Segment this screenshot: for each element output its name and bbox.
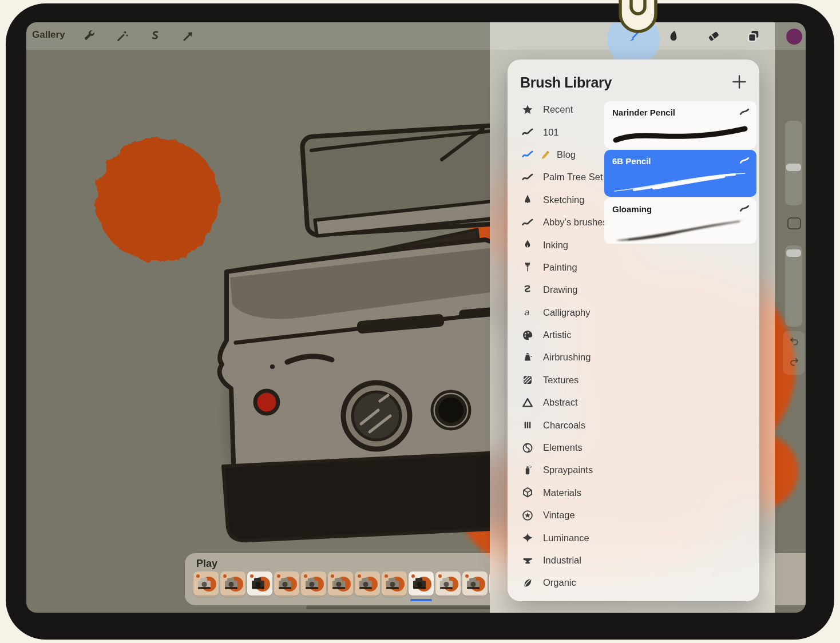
selection-tool-button[interactable] [148, 29, 163, 43]
brush-size-slider[interactable] [785, 121, 802, 205]
adjustments-tool-button[interactable] [82, 29, 97, 43]
stroke-icon [521, 148, 534, 161]
bars-icon [521, 419, 534, 431]
sparkle-icon [521, 531, 534, 544]
play-thumbnail-3[interactable] [247, 571, 272, 596]
brush-set-label: Artistic [543, 330, 572, 340]
wave-icon [521, 599, 534, 601]
element-icon [521, 442, 534, 454]
brush-set-materials[interactable]: Materials [508, 482, 605, 504]
brush-name: Narinder Pencil [612, 108, 675, 117]
brush-set-label: Organic [543, 577, 576, 588]
brush-set-airbrushing[interactable]: Airbrushing [508, 346, 605, 368]
camera-sketch [220, 125, 527, 541]
erase-tool-button[interactable] [706, 29, 721, 43]
modify-button[interactable] [787, 217, 801, 229]
brush-set-recent[interactable]: Recent [508, 98, 605, 121]
spray-can-icon [521, 464, 534, 477]
brush-set-label: Calligraphy [543, 307, 591, 318]
transform-tool-button[interactable] [181, 29, 196, 43]
brush-narinder-pencil[interactable]: Narinder Pencil [604, 101, 756, 149]
app-screen: Play [26, 22, 806, 613]
brush-gloaming[interactable]: Gloaming [604, 198, 756, 244]
opacity-slider-handle[interactable] [786, 249, 801, 257]
brush-library-panel: Brush Library Recent101BlogPalm Tree Set… [508, 59, 759, 601]
brush-set-abstract[interactable]: Abstract [508, 391, 605, 414]
brush-set-palm-tree-set[interactable]: Palm Tree Set [508, 166, 605, 188]
brush-set-spraypaints[interactable]: Spraypaints [508, 459, 605, 481]
brush-set-organic[interactable]: Organic [508, 571, 605, 594]
brush-set-abby-s-brushes[interactable]: Abby’s brushes [508, 211, 605, 233]
play-bar-title: Play [196, 558, 217, 570]
brush-name: 6B Pencil [612, 156, 651, 166]
panel-title: Brush Library [520, 74, 612, 91]
brush-set-label: Abby’s brushes [543, 217, 608, 228]
brush-set-sketching[interactable]: Sketching [508, 189, 605, 211]
leaf-icon [521, 577, 534, 589]
play-thumbnail-9[interactable] [409, 571, 434, 596]
opacity-slider[interactable] [785, 245, 802, 327]
brush-set-industrial[interactable]: Industrial [508, 549, 605, 571]
brush-set-label: Water [543, 600, 568, 601]
letter-a-icon: a [521, 306, 534, 319]
undo-button[interactable] [788, 335, 801, 347]
play-thumbnail-7[interactable] [355, 571, 380, 596]
play-thumbnail-6[interactable] [328, 571, 353, 596]
play-thumbnail-1[interactable] [193, 571, 219, 596]
brush-set-list: Recent101BlogPalm Tree SetSketchingAbby’… [508, 98, 605, 601]
smudge-tool-button[interactable] [666, 29, 681, 43]
play-thumbnail-2[interactable] [220, 571, 245, 596]
brush-set-label: Textures [543, 375, 579, 386]
brush-set-textures[interactable]: Textures [508, 369, 605, 391]
gallery-button[interactable]: Gallery [32, 29, 65, 41]
brush-set-luminance[interactable]: Luminance [508, 526, 605, 549]
add-brush-button[interactable] [730, 72, 749, 92]
play-thumbnail-10[interactable] [435, 571, 461, 596]
color-swatch[interactable] [786, 29, 802, 45]
brush-set-vintage[interactable]: Vintage [508, 504, 605, 526]
brush-set-water[interactable]: Water [508, 594, 605, 601]
transform-icon [181, 29, 195, 43]
brush-set-charcoals[interactable]: Charcoals [508, 414, 605, 436]
brush-set-elements[interactable]: Elements [508, 436, 605, 459]
brush-name: Gloaming [612, 204, 652, 214]
brush-set-label: Industrial [543, 555, 581, 566]
brush-set-101[interactable]: 101 [508, 121, 605, 143]
triangle-icon [521, 396, 534, 409]
stroke-icon [521, 216, 534, 229]
brush-set-label: Inking [543, 240, 568, 251]
star-icon [521, 104, 534, 116]
wrench-icon [82, 29, 96, 43]
play-thumbnail-4[interactable] [274, 571, 299, 596]
selection-icon [148, 29, 162, 43]
brush-size-slider-handle[interactable] [786, 164, 801, 171]
squiggle-icon [521, 284, 534, 296]
paintbrush-icon [521, 261, 534, 273]
brush-6b-pencil[interactable]: 6B Pencil [604, 150, 756, 197]
play-thumbnail-11[interactable] [462, 571, 488, 596]
brush-set-painting[interactable]: Painting [508, 256, 605, 279]
play-thumbnail-5[interactable] [301, 571, 326, 596]
layers-icon [746, 29, 761, 43]
wand-icon [116, 29, 129, 43]
layers-tool-button[interactable] [746, 29, 761, 43]
brush-set-calligraphy[interactable]: aCalligraphy [508, 301, 605, 324]
brush-set-label: Sketching [543, 195, 584, 205]
brush-set-blog[interactable]: Blog [508, 144, 605, 166]
anvil-icon [521, 554, 534, 567]
brush-list: Narinder Pencil6B PencilGloaming [604, 101, 756, 245]
effects-tool-button[interactable] [115, 29, 130, 43]
stroke-flick-icon [739, 203, 750, 213]
brush-set-label: Painting [543, 262, 577, 273]
brush-set-label: Airbrushing [543, 352, 591, 363]
redo-button[interactable] [788, 355, 801, 368]
play-thumbnail-8[interactable] [382, 571, 407, 596]
top-toolbar [26, 22, 806, 50]
active-page-indicator [410, 599, 432, 601]
brush-set-drawing[interactable]: Drawing [508, 279, 605, 301]
brush-set-artistic[interactable]: Artistic [508, 324, 605, 346]
brush-set-inking[interactable]: Inking [508, 233, 605, 256]
writing-hand-emoji [541, 149, 552, 160]
svg-text:a: a [524, 307, 530, 317]
cube-icon [521, 486, 534, 499]
